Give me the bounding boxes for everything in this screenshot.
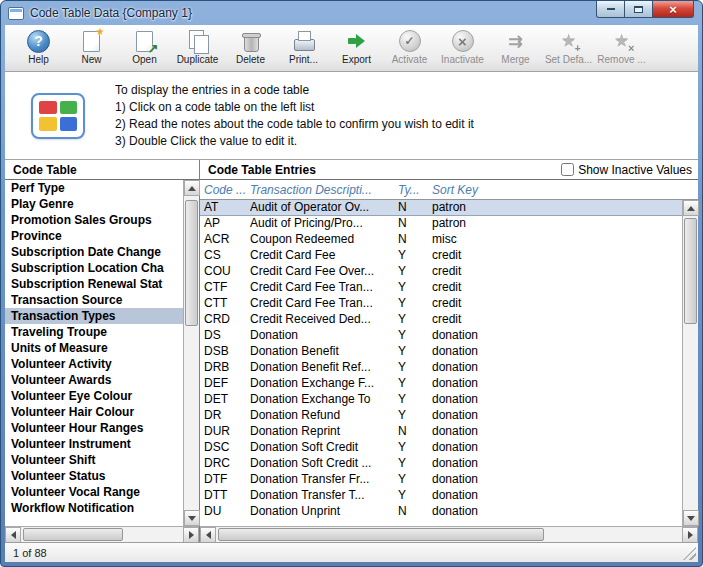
entry-row[interactable]: CTFCredit Card Fee Tran...Ycredit <box>200 280 682 296</box>
code-table-horizontal-scrollbar[interactable] <box>5 526 199 542</box>
maximize-button[interactable] <box>625 1 652 18</box>
column-header[interactable]: Transaction Descripti... <box>250 183 398 197</box>
code-table-item[interactable]: Volunteer Hour Ranges <box>5 420 183 436</box>
scroll-down-button[interactable] <box>683 510 699 526</box>
entry-row[interactable]: DRDonation RefundYdonation <box>200 408 682 424</box>
code-table-item[interactable]: Promotion Sales Groups <box>5 212 183 228</box>
entry-row[interactable]: DRBDonation Benefit Ref...Ydonation <box>200 360 682 376</box>
scroll-track[interactable] <box>21 527 183 542</box>
entry-row[interactable]: DSBDonation BenefitYdonation <box>200 344 682 360</box>
code-table-item[interactable]: Subscription Date Change <box>5 244 183 260</box>
scroll-left-button[interactable] <box>200 527 216 543</box>
scroll-track[interactable] <box>184 196 199 510</box>
toolbar-button-set-default[interactable]: Set Defa... <box>545 28 592 65</box>
titlebar[interactable]: Code Table Data {Company 1} × <box>5 1 698 25</box>
scroll-track[interactable] <box>683 216 698 510</box>
scroll-thumb[interactable] <box>23 528 123 541</box>
entry-row[interactable]: CRDCredit Received Ded...Ycredit <box>200 312 682 328</box>
app-icon <box>8 7 24 20</box>
show-inactive-checkbox[interactable] <box>561 163 574 176</box>
entry-row[interactable]: DURDonation ReprintNdonation <box>200 424 682 440</box>
code-table-item[interactable]: Subscription Location Cha <box>5 260 183 276</box>
entry-row[interactable]: ATAudit of Operator Ov...Npatron <box>200 200 682 216</box>
code-table-item[interactable]: Volunteer Activity <box>5 356 183 372</box>
column-header[interactable]: Sort Key <box>432 183 698 197</box>
toolbar-button-label: Activate <box>392 54 428 65</box>
code-table-item[interactable]: Play Genre <box>5 196 183 212</box>
scroll-thumb[interactable] <box>684 218 697 324</box>
scroll-track[interactable] <box>216 527 682 542</box>
entry-row[interactable]: DRCDonation Soft Credit ...Ydonation <box>200 456 682 472</box>
entry-row[interactable]: COUCredit Card Fee Over...Ycredit <box>200 264 682 280</box>
close-icon: × <box>669 3 677 16</box>
entry-type: N <box>398 216 432 232</box>
entry-description: Donation Unprint <box>250 504 398 520</box>
code-table-item[interactable]: Volunteer Eye Colour <box>5 388 183 404</box>
code-table-item[interactable]: Workflow Notification <box>5 500 183 516</box>
entries-vertical-scrollbar[interactable] <box>682 200 698 526</box>
code-table-item[interactable]: Volunteer Shift <box>5 452 183 468</box>
status-bar: 1 of 88 <box>5 542 698 562</box>
entry-sort-key: donation <box>432 376 682 392</box>
code-table-item[interactable]: Subscription Renewal Stat <box>5 276 183 292</box>
toolbar-button-activate[interactable]: Activate <box>386 28 433 65</box>
code-table-item[interactable]: Volunteer Instrument <box>5 436 183 452</box>
code-table-item[interactable]: Volunteer Vocal Range <box>5 484 183 500</box>
entry-row[interactable]: DTFDonation Transfer Fr...Ydonation <box>200 472 682 488</box>
close-button[interactable]: × <box>652 1 694 18</box>
code-table-item[interactable]: Perf Type <box>5 180 183 196</box>
entry-sort-key: donation <box>432 392 682 408</box>
entry-row[interactable]: DSCDonation Soft CreditYdonation <box>200 440 682 456</box>
code-table-item[interactable]: Transaction Source <box>5 292 183 308</box>
code-table-item[interactable]: Traveling Troupe <box>5 324 183 340</box>
minimize-button[interactable] <box>596 1 625 18</box>
entry-sort-key: donation <box>432 424 682 440</box>
entry-row[interactable]: DTTDonation Transfer T...Ydonation <box>200 488 682 504</box>
entry-row[interactable]: DEFDonation Exchange F...Ydonation <box>200 376 682 392</box>
toolbar-button-label: Print... <box>289 54 318 65</box>
code-table-item[interactable]: Volunteer Hair Colour <box>5 404 183 420</box>
toolbar-button-print[interactable]: Print... <box>280 28 327 65</box>
code-table-item[interactable]: Province <box>5 228 183 244</box>
column-header[interactable]: Ty... <box>398 183 432 197</box>
toolbar-button-open[interactable]: Open <box>121 28 168 65</box>
entry-sort-key: patron <box>432 200 682 215</box>
toolbar-button-delete[interactable]: Delete <box>227 28 274 65</box>
scroll-up-button[interactable] <box>184 180 200 196</box>
show-inactive-toggle[interactable]: Show Inactive Values <box>561 163 692 177</box>
entry-row[interactable]: APAudit of Pricing/Pro...Npatron <box>200 216 682 232</box>
toolbar-button-duplicate[interactable]: Duplicate <box>174 28 221 65</box>
resize-grip[interactable] <box>683 547 696 560</box>
entry-row[interactable]: DSDonationYdonation <box>200 328 682 344</box>
window-controls: × <box>596 1 694 18</box>
entry-row[interactable]: CSCredit Card FeeYcredit <box>200 248 682 264</box>
scroll-up-button[interactable] <box>683 200 699 216</box>
scroll-right-button[interactable] <box>183 527 199 543</box>
toolbar-button-new[interactable]: New <box>68 28 115 65</box>
entry-sort-key: donation <box>432 488 682 504</box>
entry-type: Y <box>398 264 432 280</box>
entry-row[interactable]: DUDonation UnprintNdonation <box>200 504 682 520</box>
code-table-item[interactable]: Volunteer Status <box>5 468 183 484</box>
toolbar-button-help[interactable]: Help <box>15 28 62 65</box>
scroll-thumb[interactable] <box>185 200 198 326</box>
entry-row[interactable]: CTTCredit Card Fee Tran...Ycredit <box>200 296 682 312</box>
toolbar-button-export[interactable]: Export <box>333 28 380 65</box>
scroll-right-button[interactable] <box>682 527 698 543</box>
toolbar-button-remove[interactable]: Remove ... <box>598 28 645 65</box>
code-table-item[interactable]: Volunteer Awards <box>5 372 183 388</box>
column-header[interactable]: Code ... <box>204 183 250 197</box>
code-table-vertical-scrollbar[interactable] <box>183 180 199 526</box>
code-table-item[interactable]: Transaction Types <box>5 308 183 324</box>
toolbar-button-merge[interactable]: Merge <box>492 28 539 65</box>
code-table-item[interactable]: Units of Measure <box>5 340 183 356</box>
entry-sort-key: misc <box>432 232 682 248</box>
entry-row[interactable]: ACRCoupon RedeemedNmisc <box>200 232 682 248</box>
help-icon <box>27 28 51 54</box>
scroll-thumb[interactable] <box>218 528 544 541</box>
scroll-left-button[interactable] <box>5 527 21 543</box>
entries-horizontal-scrollbar[interactable] <box>200 526 698 542</box>
toolbar-button-inactivate[interactable]: Inactivate <box>439 28 486 65</box>
scroll-down-button[interactable] <box>184 510 200 526</box>
entry-row[interactable]: DETDonation Exchange ToYdonation <box>200 392 682 408</box>
